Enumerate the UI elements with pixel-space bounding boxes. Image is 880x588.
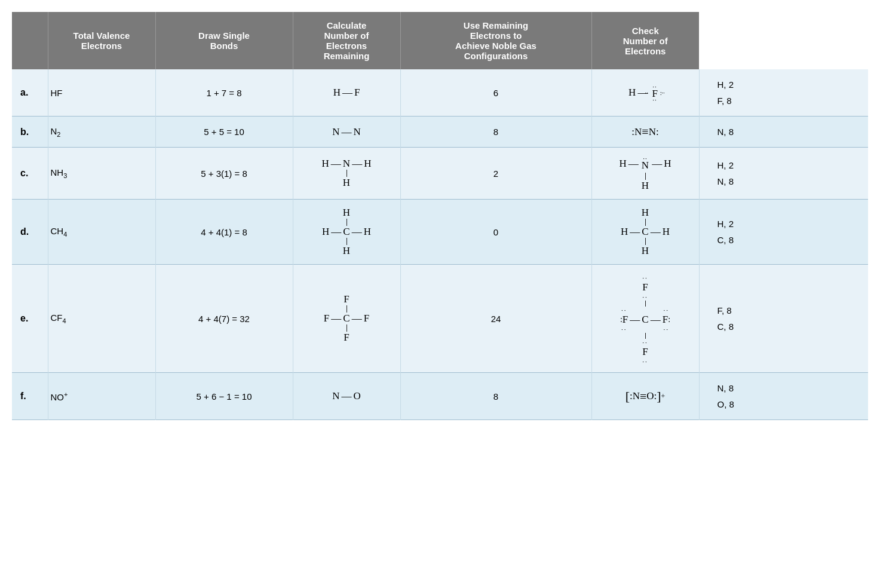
header-single: Draw SingleBonds	[155, 12, 293, 69]
row-label-c: c.	[12, 148, 48, 200]
row-check-f: N, 8O, 8	[699, 373, 868, 420]
lewis-cf4-noble: ·· F ·· ·· : F	[620, 274, 670, 365]
row-noble-c: H — N — H H	[591, 148, 699, 200]
table-row: a. HF 1 + 7 = 8 H — F 6 H — F	[12, 69, 868, 117]
header-valence: Total ValenceElectrons	[48, 12, 155, 69]
lewis-n2-single: N — N	[332, 126, 361, 138]
vert-bond	[347, 170, 347, 177]
row-check-a: H, 2F, 8	[699, 69, 868, 117]
row-valence-e: 4 + 4(7) = 32	[155, 265, 293, 373]
atom-h: H	[333, 87, 341, 99]
header-noble: Use RemainingElectrons toAchieve Noble G…	[400, 12, 591, 69]
row-valence-d: 4 + 4(1) = 8	[155, 200, 293, 265]
row-noble-a: H — F ·· ·· :	[591, 69, 699, 117]
row-formula-b: N2	[48, 117, 155, 148]
row-check-e: F, 8C, 8	[699, 265, 868, 373]
header-calc: CalculateNumber ofElectronsRemaining	[293, 12, 400, 69]
lewis-nh3-single: H — N — H H	[322, 158, 372, 189]
row-single-d: H H — C — H H	[293, 200, 400, 265]
header-label	[12, 12, 48, 69]
row-label-a: a.	[12, 69, 48, 117]
row-valence-c: 5 + 3(1) = 8	[155, 148, 293, 200]
lewis-ch4-noble: H H — C — H H	[621, 207, 670, 257]
row-label-b: b.	[12, 117, 48, 148]
lewis-no-single: N — O	[332, 390, 361, 402]
row-check-c: H, 2N, 8	[699, 148, 868, 200]
row-remaining-f: 8	[400, 373, 591, 420]
row-noble-d: H H — C — H H	[591, 200, 699, 265]
lewis-ch4-single: H H — C — H H	[322, 207, 371, 257]
row-remaining-b: 8	[400, 117, 591, 148]
atom-f-noble: F ·· ··	[649, 83, 660, 102]
row-single-f: N — O	[293, 373, 400, 420]
row-label-e: e.	[12, 265, 48, 373]
table-row: d. CH4 4 + 4(1) = 8 H H — C — H	[12, 200, 868, 265]
lewis-cf4-single: F F — C — F F	[324, 293, 369, 344]
row-noble-f: [ :N ≡ O: ] +	[591, 373, 699, 420]
lewis-hf-noble: H — F ·· ·· :	[628, 83, 662, 102]
row-formula-c: NH3	[48, 148, 155, 200]
n-colon-right: N:	[649, 126, 659, 138]
chemistry-table: Total ValenceElectrons Draw SingleBonds …	[12, 12, 868, 420]
row-single-e: F F — C — F F	[293, 265, 400, 373]
row-single-a: H — F	[293, 69, 400, 117]
header-check: CheckNumber ofElectrons	[591, 12, 699, 69]
table-row: c. NH3 5 + 3(1) = 8 H — N — H	[12, 148, 868, 200]
lewis-hf-single: H — F	[333, 87, 360, 99]
row-remaining-c: 2	[400, 148, 591, 200]
row-valence-a: 1 + 7 = 8	[155, 69, 293, 117]
bond: —	[342, 87, 352, 99]
n-colon-left: :N	[631, 126, 642, 138]
row-formula-e: CF4	[48, 265, 155, 373]
main-table-wrapper: Total ValenceElectrons Draw SingleBonds …	[12, 12, 868, 420]
row-remaining-d: 0	[400, 200, 591, 265]
row-check-d: H, 2C, 8	[699, 200, 868, 265]
row-remaining-e: 24	[400, 265, 591, 373]
triple-bond: ≡	[640, 390, 646, 403]
row-single-c: H — N — H H	[293, 148, 400, 200]
row-valence-f: 5 + 6 − 1 = 10	[155, 373, 293, 420]
row-formula-a: HF	[48, 69, 155, 117]
table-row: b. N2 5 + 5 = 10 N — N 8 :N ≡ N:	[12, 117, 868, 148]
row-label-d: d.	[12, 200, 48, 265]
row-formula-f: NO+	[48, 373, 155, 420]
row-noble-e: ·· F ·· ·· : F	[591, 265, 699, 373]
vert-bond	[645, 173, 646, 180]
lewis-n2-noble: :N ≡ N:	[631, 125, 658, 139]
triple-bond: ≡	[642, 125, 648, 139]
atom-h-noble: H	[628, 87, 636, 99]
row-check-b: N, 8	[699, 117, 868, 148]
atom-f: F	[354, 87, 360, 99]
row-formula-d: CH4	[48, 200, 155, 265]
table-row: e. CF4 4 + 4(7) = 32 F F — C — F	[12, 265, 868, 373]
row-valence-b: 5 + 5 = 10	[155, 117, 293, 148]
row-remaining-a: 6	[400, 69, 591, 117]
row-label-f: f.	[12, 373, 48, 420]
lewis-no-noble: [ :N ≡ O: ] +	[625, 390, 666, 403]
row-noble-b: :N ≡ N:	[591, 117, 699, 148]
n-lone-pair: N	[640, 155, 650, 173]
row-single-b: N — N	[293, 117, 400, 148]
table-row: f. NO+ 5 + 6 − 1 = 10 N — O 8 [ :N ≡	[12, 373, 868, 420]
lewis-nh3-noble: H — N — H H	[620, 155, 672, 192]
